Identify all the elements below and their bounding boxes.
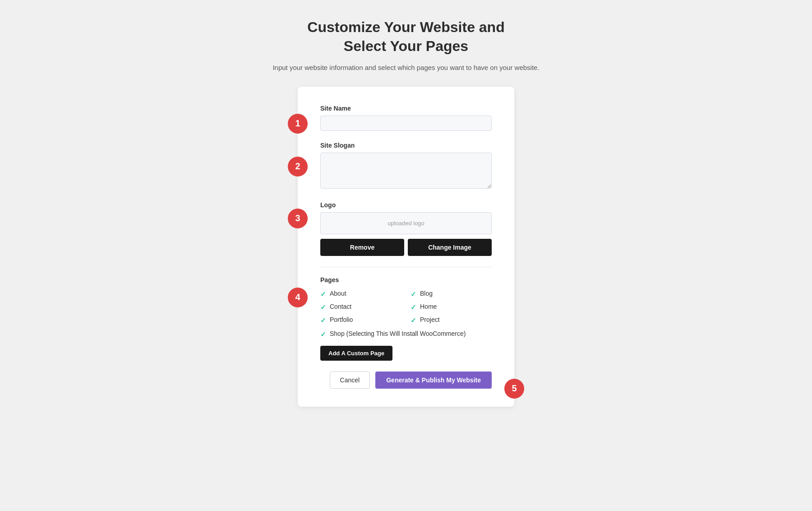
site-name-input[interactable] xyxy=(320,116,492,131)
site-name-label: Site Name xyxy=(320,105,492,112)
logo-placeholder-text: uploaded logo xyxy=(388,220,424,227)
pages-section: Pages ✓ About ✓ Blog ✓ Contact ✓ Home xyxy=(320,276,492,361)
step-5-bubble: 5 xyxy=(504,379,524,399)
publish-button[interactable]: Generate & Publish My Website xyxy=(375,372,492,389)
site-slogan-group: Site Slogan xyxy=(320,142,492,190)
page-item-blog: ✓ Blog xyxy=(411,290,492,298)
site-slogan-label: Site Slogan xyxy=(320,142,492,149)
form-card: Site Name Site Slogan Logo uploaded logo… xyxy=(298,87,514,407)
check-portfolio-icon: ✓ xyxy=(320,316,326,325)
page-item-about: ✓ About xyxy=(320,290,401,298)
site-name-group: Site Name xyxy=(320,105,492,131)
cancel-button[interactable]: Cancel xyxy=(330,372,370,389)
page-item-portfolio: ✓ Portfolio xyxy=(320,316,401,325)
check-contact-icon: ✓ xyxy=(320,303,326,311)
logo-upload-box: uploaded logo xyxy=(320,212,492,234)
page-home-label: Home xyxy=(420,303,437,310)
check-shop-icon: ✓ xyxy=(320,330,326,339)
pages-label: Pages xyxy=(320,276,492,283)
step-1-bubble: 1 xyxy=(288,114,308,134)
page-shop-label: Shop (Selecting This Will Install WooCom… xyxy=(330,330,466,337)
pages-grid: ✓ About ✓ Blog ✓ Contact ✓ Home ✓ Po xyxy=(320,290,492,325)
logo-label: Logo xyxy=(320,201,492,209)
step-4-bubble: 4 xyxy=(288,288,308,307)
page-project-label: Project xyxy=(420,316,440,323)
check-home-icon: ✓ xyxy=(411,303,416,311)
page-item-home: ✓ Home xyxy=(411,303,492,311)
logo-buttons: Remove Change Image xyxy=(320,239,492,256)
step-3-bubble: 3 xyxy=(288,209,308,228)
page-about-label: About xyxy=(330,290,346,297)
check-about-icon: ✓ xyxy=(320,290,326,298)
change-image-button[interactable]: Change Image xyxy=(408,239,492,256)
page-item-project: ✓ Project xyxy=(411,316,492,325)
page-blog-label: Blog xyxy=(420,290,433,297)
step-2-bubble: 2 xyxy=(288,157,308,177)
check-blog-icon: ✓ xyxy=(411,290,416,298)
logo-group: Logo uploaded logo Remove Change Image xyxy=(320,201,492,256)
page-item-contact: ✓ Contact xyxy=(320,303,401,311)
page-subtitle: Input your website information and selec… xyxy=(272,63,539,73)
add-custom-page-button[interactable]: Add A Custom Page xyxy=(320,346,392,361)
remove-button[interactable]: Remove xyxy=(320,239,404,256)
page-contact-label: Contact xyxy=(330,303,351,310)
page-item-shop: ✓ Shop (Selecting This Will Install WooC… xyxy=(320,330,492,339)
page-portfolio-label: Portfolio xyxy=(330,316,353,323)
check-project-icon: ✓ xyxy=(411,316,416,325)
page-header: Customize Your Website and Select Your P… xyxy=(272,18,539,73)
divider xyxy=(320,267,492,267)
page-title: Customize Your Website and Select Your P… xyxy=(272,18,539,56)
site-slogan-input[interactable] xyxy=(320,153,492,189)
form-footer: Cancel Generate & Publish My Website xyxy=(320,372,492,389)
